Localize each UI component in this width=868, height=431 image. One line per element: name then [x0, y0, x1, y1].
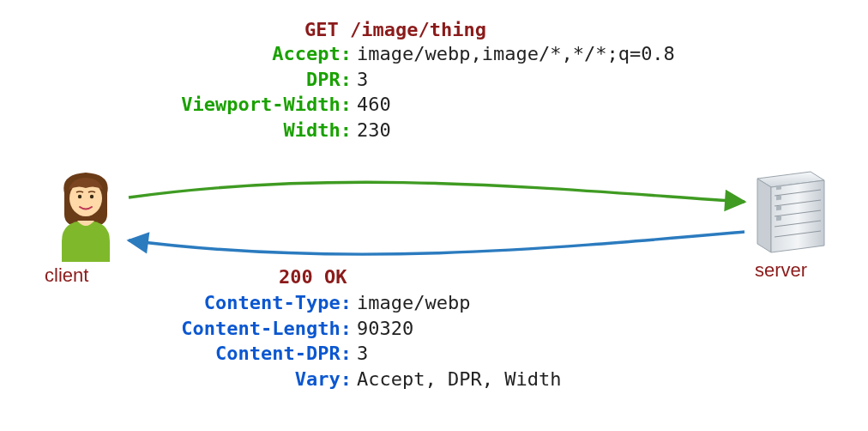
request-header-value: 460: [357, 92, 391, 118]
request-headers: Accept: image/webp,image/*,*/*;q=0.8 DPR…: [51, 41, 738, 143]
request-header-row: Accept: image/webp,image/*,*/*;q=0.8: [51, 41, 738, 67]
response-header-key: Content-Length:: [51, 316, 357, 342]
response-headers: Content-Type: image/webp Content-Length:…: [51, 290, 738, 392]
response-header-row: Content-DPR: 3: [51, 341, 738, 367]
svg-rect-14: [776, 216, 781, 222]
request-header-value: 230: [357, 118, 391, 143]
request-header-key: Width:: [51, 118, 357, 143]
client-person-icon: [51, 167, 120, 262]
response-header-row: Content-Type: image/webp: [51, 290, 738, 316]
diagram-stage: GET /image/thing Accept: image/webp,imag…: [0, 0, 868, 431]
client-label: client: [45, 263, 88, 288]
response-header-row: Content-Length: 90320: [51, 316, 738, 342]
response-header-key: Vary:: [51, 367, 357, 392]
response-header-value: 90320: [357, 316, 413, 342]
response-arrow: [129, 232, 744, 254]
request-header-row: DPR: 3: [51, 67, 738, 93]
request-arrow: [129, 182, 744, 202]
svg-rect-11: [776, 185, 781, 191]
response-header-row: Vary: Accept, DPR, Width: [51, 367, 738, 392]
svg-rect-13: [776, 206, 781, 211]
response-header-key: Content-DPR:: [51, 341, 357, 367]
request-header-value: 3: [357, 67, 368, 93]
server-rack-icon: [750, 163, 828, 258]
request-header-row: Viewport-Width: 460: [51, 92, 738, 118]
server-label: server: [755, 258, 807, 283]
svg-marker-4: [757, 179, 771, 252]
response-header-key: Content-Type:: [51, 290, 357, 316]
svg-rect-12: [776, 196, 781, 201]
http-request-line: GET /image/thing: [304, 17, 486, 43]
request-header-row: Width: 230: [51, 118, 738, 143]
svg-point-2: [90, 195, 93, 198]
http-status-line: 200 OK: [279, 264, 347, 290]
request-header-key: DPR:: [51, 67, 357, 93]
request-header-key: Accept:: [51, 41, 357, 67]
request-header-value: image/webp,image/*,*/*;q=0.8: [357, 41, 675, 67]
response-header-value: Accept, DPR, Width: [357, 367, 561, 392]
response-header-value: image/webp: [357, 290, 470, 316]
response-header-value: 3: [357, 341, 368, 367]
svg-point-1: [78, 195, 81, 198]
request-header-key: Viewport-Width:: [51, 92, 357, 118]
